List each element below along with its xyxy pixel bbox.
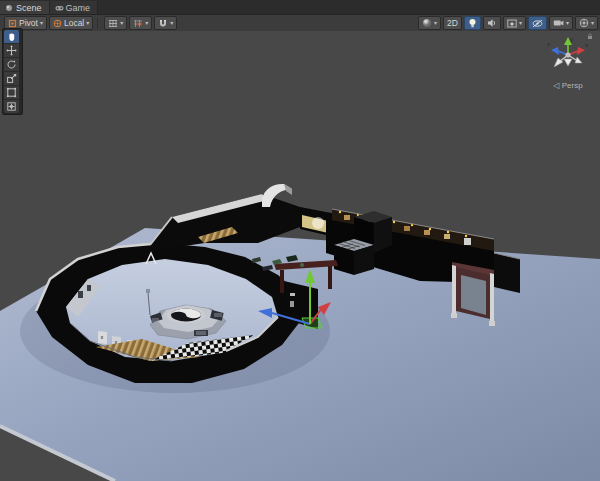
gizmo-center-cube[interactable]: [565, 52, 570, 57]
toggle-2d-button[interactable]: 2D: [443, 16, 462, 30]
projection-toggle[interactable]: ◁ Persp: [542, 81, 594, 90]
caret-icon: ▾: [86, 20, 89, 26]
wall-label: [290, 293, 295, 296]
caret-icon: ▾: [170, 20, 173, 26]
move-icon: [6, 45, 17, 56]
scene-visibility-button[interactable]: [528, 16, 547, 30]
z-axis-cone[interactable]: [551, 47, 559, 55]
scale-tool[interactable]: [4, 72, 19, 86]
caret-icon: ▾: [120, 20, 123, 26]
corridor-end-wall: [494, 253, 520, 293]
persp-label: Persp: [562, 81, 583, 90]
axis-widget[interactable]: y x z: [542, 33, 594, 79]
view-hand-tool[interactable]: [4, 30, 19, 44]
caret-icon: ▾: [434, 20, 437, 26]
camera-icon: [553, 19, 564, 27]
transform-tool[interactable]: [4, 100, 19, 113]
game-tab-icon: [55, 4, 63, 12]
wall-picture: [78, 291, 83, 298]
neg-axis-cone[interactable]: [564, 59, 572, 66]
scene-toolbar: Pivot ▾ Local ▾ ▾ ▾ ▾: [0, 15, 600, 32]
y-axis-label: y: [570, 36, 573, 42]
handle-orientation-button[interactable]: Local ▾: [49, 16, 93, 30]
tab-game[interactable]: Game: [50, 1, 99, 14]
door-panel: [461, 275, 486, 315]
rect-icon: [6, 87, 17, 98]
pole-top: [146, 289, 150, 293]
scene-viewport[interactable]: y x z ◁ Persp: [0, 31, 600, 481]
rotate-tool[interactable]: [4, 58, 19, 72]
view-tabbar: Scene Game: [0, 0, 600, 15]
snap-increment-button[interactable]: ▾: [154, 16, 177, 30]
scene-3d-render[interactable]: [0, 31, 600, 481]
wall-picture: [87, 285, 91, 291]
rect-tool[interactable]: [4, 86, 19, 100]
draw-mode-button[interactable]: ▾: [418, 16, 441, 30]
wall-label: [290, 301, 294, 307]
door-post-right: [490, 273, 494, 323]
x-axis-cone[interactable]: [577, 47, 585, 55]
grid-visibility-button[interactable]: ▾: [104, 16, 127, 30]
snap-settings-button[interactable]: ▾: [129, 16, 152, 30]
scale-icon: [6, 73, 17, 84]
lightbulb-icon: [468, 18, 477, 28]
interior-light-glow: [312, 217, 324, 229]
pivot-icon: [8, 19, 17, 28]
move-tool[interactable]: [4, 44, 19, 58]
pivot-label: Pivot: [19, 18, 38, 28]
grid-top-box[interactable]: [334, 239, 374, 275]
gizmos-sphere-icon: [579, 18, 589, 28]
magnet-icon: [158, 19, 168, 28]
yin-yang-symbol: [171, 309, 201, 322]
orientation-label: Local: [64, 18, 84, 28]
speaker-icon: [487, 18, 497, 28]
neg-axis-cone[interactable]: [575, 57, 582, 63]
shaded-sphere-icon: [422, 18, 432, 28]
effects-button[interactable]: ▾: [503, 16, 526, 30]
tools-overlay: [2, 28, 23, 115]
caret-icon: ▾: [145, 20, 148, 26]
scene-audio-button[interactable]: [483, 16, 501, 30]
grid-icon: [108, 19, 118, 28]
gate-post: [328, 266, 332, 289]
x-axis-label: x: [585, 42, 588, 48]
local-axes-icon: [53, 19, 62, 28]
caret-icon: ▾: [40, 20, 43, 26]
scene-lighting-button[interactable]: [464, 16, 481, 30]
persp-arrow-icon: ◁: [553, 81, 559, 90]
toolbar-divider: [97, 18, 98, 29]
tab-game-label: Game: [66, 3, 91, 13]
gizmo-lock-icon[interactable]: [588, 34, 592, 39]
gizmos-dropdown-button[interactable]: ▾: [575, 16, 598, 30]
tab-scene[interactable]: Scene: [0, 1, 50, 14]
post-base: [489, 321, 495, 326]
effects-icon: [507, 19, 517, 28]
eye-slash-icon: [532, 19, 543, 28]
z-axis-label: z: [547, 41, 550, 47]
post-base: [451, 313, 457, 318]
rotate-icon: [6, 59, 17, 70]
unity-scene-view-window: Scene Game Pivot ▾ Local ▾: [0, 0, 600, 481]
caret-icon: ▾: [591, 20, 594, 26]
snap-grid-icon: [133, 19, 143, 28]
caret-icon: ▾: [566, 20, 569, 26]
gate-post: [280, 270, 284, 293]
door-post-left: [452, 265, 456, 315]
transform-icon: [6, 101, 17, 112]
tab-scene-label: Scene: [16, 3, 42, 13]
hand-icon: [6, 31, 17, 42]
2d-label: 2D: [447, 18, 458, 28]
camera-settings-button[interactable]: ▾: [549, 16, 573, 30]
caret-icon: ▾: [519, 20, 522, 26]
scene-tab-icon: [5, 4, 13, 12]
orientation-gizmo: y x z ◁ Persp: [542, 33, 594, 90]
